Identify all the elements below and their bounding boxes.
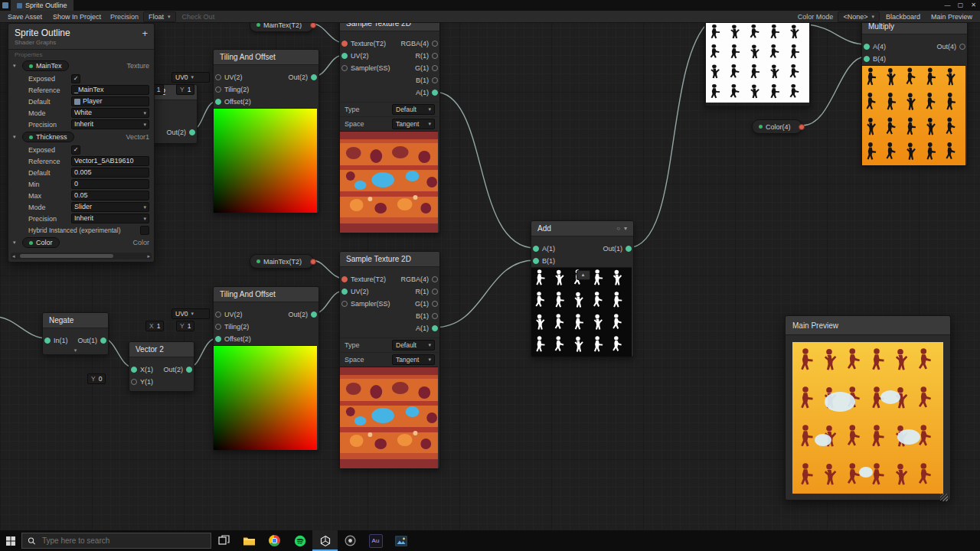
port-r[interactable]: R(1): [416, 285, 439, 298]
node-sample-texture-bottom[interactable]: Sample Texture 2D Texture(T2) UV(2) Samp…: [339, 251, 440, 469]
mode-dropdown[interactable]: Slider▾: [71, 202, 149, 212]
port-rgba[interactable]: RGBA(4): [400, 37, 438, 50]
node-tiling-offset-top[interactable]: Tiling And Offset UV(2) Tiling(2) Offset…: [213, 49, 319, 214]
photos-icon[interactable]: [388, 530, 413, 551]
scroll-right-icon[interactable]: ▸: [147, 253, 150, 259]
port-offset[interactable]: Offset(2): [215, 333, 251, 345]
port-out[interactable]: Out(2): [288, 71, 317, 83]
port-rgba[interactable]: RGBA(4): [400, 273, 438, 285]
port-a[interactable]: A(1): [416, 86, 438, 99]
uv-channel-dropdown[interactable]: UV0▾: [172, 72, 210, 83]
scroll-left-icon[interactable]: ◂: [12, 253, 15, 259]
space-dropdown[interactable]: Tangent▾: [392, 354, 435, 365]
port-offset[interactable]: Offset(2): [215, 96, 251, 108]
main-preview-toggle-button[interactable]: Main Preview: [926, 13, 977, 21]
vector2-y-field[interactable]: Y0: [87, 373, 106, 384]
port-b[interactable]: B(1): [533, 255, 555, 267]
reference-input[interactable]: _MainTex: [71, 85, 149, 95]
property-thickness[interactable]: ▾ Thickness Vector1: [8, 130, 154, 144]
port-a[interactable]: A(1): [416, 322, 438, 334]
exposed-checkbox[interactable]: ✓: [71, 74, 80, 83]
port-dot[interactable]: [189, 129, 195, 135]
default-input[interactable]: 0.005: [71, 168, 149, 178]
port-uv[interactable]: UV(2): [341, 50, 390, 62]
start-button[interactable]: [0, 530, 21, 551]
tiling-y-field[interactable]: Y1: [176, 84, 194, 95]
collapse-preview-button[interactable]: ▴: [577, 270, 590, 280]
expand-chevron-icon[interactable]: ▾: [43, 347, 108, 354]
minimize-button[interactable]: —: [941, 0, 954, 11]
exposed-checkbox[interactable]: ✓: [71, 145, 80, 155]
port-uv[interactable]: UV(2): [215, 308, 251, 321]
property-color[interactable]: ▾ Color Color: [8, 236, 154, 249]
port-out[interactable]: Out(2): [288, 308, 317, 321]
fold-chevron-icon[interactable]: ▾: [13, 134, 19, 140]
port-out[interactable]: Out(4): [936, 41, 965, 53]
vector4-port-dot[interactable]: [799, 124, 805, 130]
port-b[interactable]: B(4): [864, 53, 886, 65]
mode-dropdown[interactable]: White▾: [71, 108, 149, 118]
port-out[interactable]: Out(2): [163, 364, 192, 376]
precision-dropdown[interactable]: Inherit▾: [71, 214, 149, 223]
search-input[interactable]: [41, 536, 205, 546]
port-out2[interactable]: Out(2): [166, 126, 195, 139]
type-dropdown[interactable]: Default▾: [392, 104, 435, 115]
node-vector2[interactable]: Vector 2 X(1) Y(1) Out(2): [129, 341, 194, 392]
file-explorer-icon[interactable]: [237, 530, 262, 551]
port-y[interactable]: Y(1): [131, 376, 153, 388]
node-negate[interactable]: Negate In(1) Out(1) ▾: [42, 312, 109, 355]
show-in-project-button[interactable]: Show In Project: [48, 13, 106, 21]
port-uv[interactable]: UV(2): [215, 71, 251, 83]
preview-dot-icon[interactable]: ○: [616, 225, 620, 232]
port-out[interactable]: Out(1): [603, 243, 632, 255]
port-in[interactable]: In(1): [44, 334, 68, 347]
port-x[interactable]: X(1): [131, 364, 153, 376]
node-tiling-offset-bottom[interactable]: Tiling And Offset UV(2) Tiling(2) Offset…: [213, 286, 319, 451]
node-oneminus-preview[interactable]: [704, 21, 811, 107]
port-a[interactable]: A(4): [864, 41, 886, 53]
port-a[interactable]: A(1): [533, 243, 555, 255]
precision-dropdown[interactable]: Inherit▾: [71, 119, 149, 129]
uv-channel-dropdown[interactable]: UV0▾: [172, 308, 210, 319]
port-sampler[interactable]: Sampler(SS): [341, 62, 390, 74]
taskbar-search[interactable]: [21, 533, 211, 549]
hybrid-checkbox[interactable]: [140, 226, 149, 235]
main-preview-title[interactable]: Main Preview: [786, 316, 950, 335]
color-mode-dropdown[interactable]: <None>▾: [838, 11, 880, 22]
property-maintex[interactable]: ▾ MainTex Texture: [8, 59, 154, 73]
fold-chevron-icon[interactable]: ▾: [13, 63, 19, 69]
chevron-down-icon[interactable]: ▾: [624, 225, 627, 232]
save-asset-button[interactable]: Save Asset: [3, 13, 47, 21]
port-b[interactable]: B(1): [416, 74, 438, 86]
unity-icon[interactable]: [312, 530, 338, 551]
blackboard-hscrollbar[interactable]: ◂ ▸: [11, 253, 152, 259]
port-r[interactable]: R(1): [416, 50, 439, 62]
port-tiling[interactable]: Tiling(2): [215, 321, 251, 333]
resize-grip[interactable]: [940, 494, 948, 501]
space-dropdown[interactable]: Tangent▾: [392, 119, 435, 129]
port-sampler[interactable]: Sampler(SS): [341, 298, 390, 310]
scrollbar-thumb[interactable]: [20, 254, 113, 258]
port-g[interactable]: G(1): [415, 298, 438, 310]
blackboard-toggle-button[interactable]: Blackboard: [881, 13, 925, 21]
node-add[interactable]: Add ○▾ A(1) B(1) Out(1) ▴: [531, 220, 634, 357]
precision-dropdown[interactable]: Float▾: [143, 11, 176, 22]
port-out[interactable]: Out(1): [77, 334, 106, 347]
main-preview-panel[interactable]: Main Preview: [785, 315, 951, 500]
close-button[interactable]: ✕: [967, 0, 980, 11]
tiling-y-field[interactable]: Y1: [176, 321, 194, 331]
blackboard-panel[interactable]: Sprite Outline Shader Graphs + Propertie…: [8, 23, 155, 262]
node-multiply[interactable]: Multiply A(4) B(4) Out(4): [861, 18, 968, 166]
min-input[interactable]: 0: [71, 179, 149, 189]
port-tiling[interactable]: Tiling(2): [215, 83, 251, 96]
node-sample-texture-top[interactable]: Sample Texture 2D Texture(T2) UV(2) Samp…: [339, 15, 440, 233]
tiling-x-field[interactable]: X1: [145, 321, 164, 331]
spotify-icon[interactable]: [287, 530, 312, 551]
reference-input[interactable]: Vector1_5AB19610: [71, 156, 149, 166]
default-object-field[interactable]: Player: [71, 96, 149, 106]
task-view-icon[interactable]: [211, 530, 237, 551]
fold-chevron-icon[interactable]: ▾: [13, 240, 19, 246]
port-texture[interactable]: Texture(T2): [341, 273, 390, 285]
port-uv[interactable]: UV(2): [341, 285, 390, 298]
type-dropdown[interactable]: Default▾: [392, 340, 435, 350]
